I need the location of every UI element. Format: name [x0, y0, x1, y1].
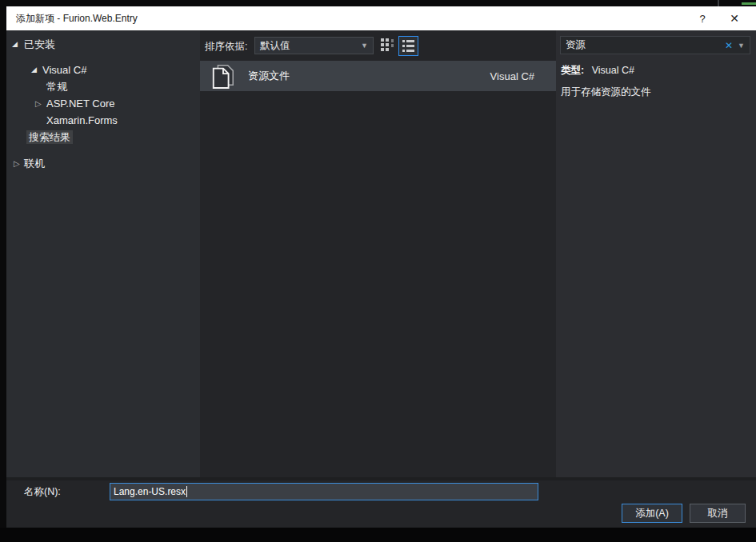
tree-item-general[interactable]: 常规	[6, 78, 200, 95]
tree-item-search-results-selected[interactable]: 搜索结果	[6, 129, 200, 145]
chevron-down-icon: ▼	[361, 42, 373, 50]
template-type-row: 类型: Visual C#	[561, 64, 634, 78]
name-field-label: 名称(N):	[24, 485, 61, 499]
template-list-pane: 排序依据: 默认值 ▼	[200, 30, 556, 477]
chevron-down-icon[interactable]: ▼	[738, 42, 750, 50]
desktop-background: 添加新项 - Furion.Web.Entry ? ✕ ◢ 已安装 ◢ Visu…	[0, 0, 756, 542]
tree-item-label: 已安装	[24, 38, 55, 50]
type-value: Visual C#	[592, 65, 634, 76]
list-view-icon	[402, 40, 414, 52]
add-new-item-dialog: 添加新项 - Furion.Web.Entry ? ✕ ◢ 已安装 ◢ Visu…	[6, 6, 756, 528]
tree-item-label: 搜索结果	[26, 130, 73, 144]
collapsed-arrow-icon[interactable]: ▷	[14, 155, 20, 172]
template-name: 资源文件	[248, 69, 490, 83]
template-category-tree: ◢ 已安装 ◢ Visual C# 常规 ▷ ASP.NET Core Xama…	[6, 30, 200, 477]
expanded-arrow-icon[interactable]: ◢	[31, 62, 37, 78]
dialog-titlebar: 添加新项 - Furion.Web.Entry ? ✕	[6, 6, 756, 30]
template-description: 用于存储资源的文件	[561, 86, 651, 99]
help-button[interactable]: ?	[689, 6, 716, 30]
cancel-button[interactable]: 取消	[690, 504, 746, 523]
tree-item-xamarin-forms[interactable]: Xamarin.Forms	[6, 112, 200, 129]
tree-item-label: Xamarin.Forms	[46, 114, 118, 126]
type-label: 类型:	[561, 65, 584, 76]
medium-icons-view-button[interactable]	[381, 38, 396, 54]
close-button[interactable]: ✕	[716, 6, 753, 30]
template-search-box[interactable]: 资源 ✕ ▼	[560, 36, 750, 54]
file-name-input[interactable]: Lang.en-US.resx	[110, 483, 538, 500]
tree-item-label: 常规	[46, 81, 67, 93]
resource-file-icon	[210, 63, 237, 89]
search-input-value[interactable]: 资源	[561, 38, 720, 52]
sort-by-label: 排序依据:	[205, 40, 247, 54]
add-button[interactable]: 添加(A)	[622, 504, 682, 523]
template-language: Visual C#	[490, 70, 534, 82]
expanded-arrow-icon[interactable]: ◢	[12, 36, 18, 53]
tree-item-label: 联机	[24, 157, 45, 169]
clear-search-icon[interactable]: ✕	[720, 40, 738, 51]
collapsed-arrow-icon[interactable]: ▷	[35, 95, 42, 112]
background-artifact-green	[742, 2, 756, 5]
desktop-bottom-strip	[0, 528, 756, 542]
tree-item-visual-csharp[interactable]: ◢ Visual C#	[6, 62, 200, 78]
sort-by-dropdown[interactable]: 默认值 ▼	[254, 37, 374, 54]
tree-item-label: ASP.NET Core	[46, 98, 115, 110]
dialog-title: 添加新项 - Furion.Web.Entry	[6, 12, 689, 26]
dialog-body: ◢ 已安装 ◢ Visual C# 常规 ▷ ASP.NET Core Xama…	[6, 30, 756, 477]
template-details-pane: 资源 ✕ ▼ 类型: Visual C# 用于存储资源的文件	[556, 30, 756, 477]
tree-item-aspnet-core[interactable]: ▷ ASP.NET Core	[6, 95, 200, 112]
sort-by-value: 默认值	[255, 39, 361, 53]
tree-item-installed[interactable]: ◢ 已安装	[6, 36, 200, 53]
background-window-divider	[718, 0, 719, 6]
tree-item-online[interactable]: ▷ 联机	[6, 155, 200, 172]
tree-item-label: Visual C#	[42, 64, 86, 76]
template-item-resource-file[interactable]: 资源文件 Visual C#	[200, 61, 556, 91]
list-view-button-selected[interactable]	[398, 36, 418, 56]
file-name-value: Lang.en-US.resx	[110, 486, 186, 497]
dialog-footer: 名称(N): Lang.en-US.resx 添加(A) 取消	[6, 477, 756, 528]
text-caret	[186, 486, 187, 497]
